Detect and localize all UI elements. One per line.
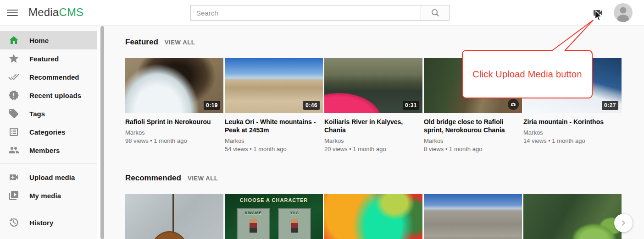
- sidebar-item-recent-uploads[interactable]: Recent uploads: [0, 86, 99, 104]
- duration-badge: 0:27: [602, 101, 618, 110]
- person-silhouette-icon: [614, 3, 633, 22]
- media-thumbnail[interactable]: [324, 194, 422, 239]
- list-box-icon: [8, 126, 19, 137]
- history-icon: [8, 217, 19, 228]
- double-check-icon: [8, 71, 19, 82]
- recommended-view-all-link[interactable]: VIEW ALL: [188, 175, 218, 182]
- media-thumbnail[interactable]: CHOOSE A CHARACTER KWAME YAA Selected Se…: [225, 194, 323, 239]
- duration-badge: 0:46: [303, 101, 320, 110]
- video-camera-plus-icon: [592, 7, 604, 18]
- people-icon: [8, 145, 19, 156]
- game-screen-overlay: CHOOSE A CHARACTER KWAME YAA Selected Se…: [225, 194, 323, 239]
- top-bar: MediaCMS: [0, 0, 644, 26]
- media-title[interactable]: Old bridge close to Rafioli sprint, Nero…: [424, 118, 522, 134]
- search-input[interactable]: [190, 5, 421, 21]
- sidebar-item-members[interactable]: Members: [0, 141, 99, 159]
- sidebar-divider: [0, 209, 99, 209]
- sidebar-item-label: Categories: [29, 128, 66, 136]
- sidebar-item-label: Recommended: [29, 73, 79, 81]
- recommended-section: Recommended VIEW ALL CHOOSE A CHARACTER …: [125, 174, 644, 239]
- media-author[interactable]: Markos: [125, 129, 223, 136]
- chevron-right-icon: [620, 219, 627, 227]
- logo-text-cms: CMS: [59, 6, 83, 18]
- duration-badge: 0:19: [204, 101, 220, 110]
- image-type-badge: [508, 99, 519, 110]
- media-meta: 98 views • 1 month ago: [125, 137, 223, 144]
- sidebar-item-history[interactable]: History: [0, 213, 99, 232]
- media-card: [324, 194, 422, 239]
- sidebar-divider: [0, 163, 99, 164]
- duration-badge: 0:31: [403, 101, 419, 110]
- carousel-next-button[interactable]: [614, 214, 633, 232]
- sidebar-scrollbar-thumb[interactable]: [100, 26, 104, 239]
- video-library-icon: [8, 190, 19, 201]
- game-title-text: CHOOSE A CHARACTER: [225, 197, 323, 203]
- hamburger-menu-button[interactable]: [6, 7, 18, 18]
- media-card: [125, 194, 223, 239]
- video-camera-plus-icon: [8, 172, 19, 183]
- sidebar-item-label: History: [29, 219, 53, 227]
- character-sprite: [250, 219, 257, 233]
- sidebar: Home Featured Recommended Recent uploads…: [0, 26, 99, 239]
- sidebar-item-tags[interactable]: Tags: [0, 104, 99, 123]
- sidebar-item-home[interactable]: Home: [0, 31, 99, 49]
- media-thumbnail[interactable]: 0:31: [324, 58, 422, 113]
- media-title[interactable]: Koiliaris River in Kalyves, Chania: [324, 118, 422, 134]
- media-thumbnail[interactable]: 0:46: [225, 58, 323, 113]
- media-thumbnail[interactable]: [424, 194, 522, 239]
- section-title-featured: Featured: [125, 38, 158, 47]
- search-icon: [430, 8, 440, 18]
- upload-media-button[interactable]: [592, 7, 604, 18]
- logo-text-media: Media: [28, 6, 59, 18]
- media-author[interactable]: Markos: [225, 137, 323, 144]
- character-name: YAA: [279, 211, 310, 215]
- media-meta: 14 views • 1 month ago: [523, 137, 622, 144]
- media-thumbnail[interactable]: [523, 194, 622, 239]
- camera-icon: [510, 101, 516, 108]
- character-panel: KWAME: [237, 208, 270, 239]
- media-card: CHOOSE A CHARACTER KWAME YAA Selected Se…: [225, 194, 323, 239]
- sidebar-item-categories[interactable]: Categories: [0, 123, 99, 141]
- tag-icon: [8, 108, 19, 119]
- character-sprite: [291, 219, 298, 233]
- sidebar-item-upload-media[interactable]: Upload media: [0, 168, 99, 186]
- sidebar-item-label: Recent uploads: [29, 92, 81, 99]
- hamburger-icon: [7, 10, 18, 11]
- media-title[interactable]: Ziria mountain - Korinthos: [523, 118, 622, 126]
- media-author[interactable]: Markos: [424, 137, 522, 144]
- user-avatar[interactable]: [614, 3, 633, 22]
- media-thumbnail[interactable]: 0:19: [125, 58, 223, 113]
- sidebar-item-label: My media: [29, 192, 61, 200]
- media-author[interactable]: Markos: [324, 137, 422, 144]
- media-thumbnail[interactable]: [125, 194, 223, 239]
- media-meta: 8 views • 1 month ago: [424, 146, 522, 152]
- sidebar-item-my-media[interactable]: My media: [0, 186, 99, 205]
- search-button[interactable]: [421, 5, 450, 21]
- mediacms-logo[interactable]: MediaCMS: [28, 6, 83, 19]
- media-card: 0:19 Rafioli Sprint in Nerokourou Markos…: [125, 58, 223, 152]
- search-bar: [190, 5, 450, 21]
- burst-exclamation-icon: [8, 90, 19, 101]
- sidebar-item-label: Featured: [29, 55, 59, 63]
- sidebar-item-label: Members: [29, 147, 60, 154]
- sidebar-item-featured[interactable]: Featured: [0, 49, 99, 68]
- sidebar-item-recommended[interactable]: Recommended: [0, 68, 99, 86]
- media-card: [523, 194, 622, 239]
- character-panel: YAA: [278, 208, 311, 239]
- media-title[interactable]: Rafioli Sprint in Nerokourou: [125, 118, 223, 126]
- sidebar-item-label: Upload media: [29, 174, 75, 181]
- recommended-cards-row: CHOOSE A CHARACTER KWAME YAA Selected Se…: [125, 194, 644, 239]
- media-card: 0:46 Leuka Ori - White mountains - Peak …: [225, 58, 323, 152]
- home-icon: [8, 35, 19, 46]
- character-name: KWAME: [238, 211, 269, 215]
- star-icon: [8, 53, 19, 64]
- section-title-recommended: Recommended: [125, 174, 181, 183]
- media-title[interactable]: Leuka Ori - White mountains - Peak at 24…: [225, 118, 323, 134]
- media-author[interactable]: Markos: [523, 129, 622, 136]
- tutorial-callout: Click Upload Media button: [462, 50, 593, 98]
- featured-view-all-link[interactable]: VIEW ALL: [165, 39, 195, 46]
- callout-text: Click Upload Media button: [472, 69, 582, 80]
- sidebar-item-label: Tags: [29, 110, 45, 118]
- sidebar-item-label: Home: [29, 37, 49, 44]
- mediacms-home-page: MediaCMS: [0, 0, 644, 239]
